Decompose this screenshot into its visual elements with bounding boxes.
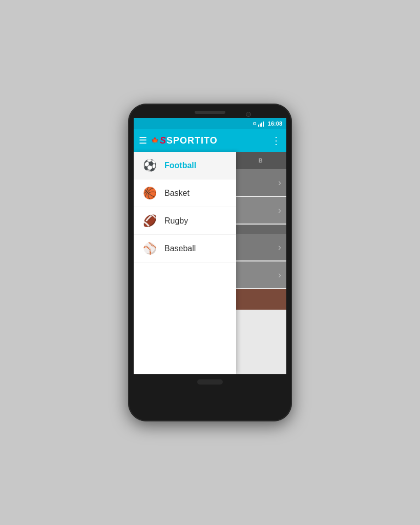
network-icon: G — [253, 121, 257, 126]
more-options-icon[interactable]: ⋮ — [271, 134, 281, 147]
chevron-icon-2: › — [278, 205, 281, 216]
drawer-football-label: Football — [164, 161, 196, 170]
basket-icon: 🏀 — [142, 187, 157, 200]
phone-device: G 16:08 ☰ 🍁 SSPORTITO ⋮ — [128, 104, 292, 421]
signal-bars — [258, 120, 264, 127]
drawer-item-rugby[interactable]: 🏈 Rugby — [134, 207, 236, 235]
chevron-icon-1: › — [278, 177, 281, 188]
status-time: 16:08 — [268, 120, 282, 127]
drawer-item-baseball[interactable]: ⚾ Baseball — [134, 235, 236, 262]
drawer-baseball-label: Baseball — [164, 244, 196, 253]
logo-flag-icon: 🍁 — [151, 137, 159, 144]
navigation-drawer: ⚽ Football 🏀 Basket 🏈 Rugby ⚾ Baseball — [134, 152, 236, 374]
rugby-icon: 🏈 — [142, 214, 157, 228]
app-logo: 🍁 SSPORTITO — [151, 135, 267, 146]
app-bar: ☰ 🍁 SSPORTITO ⋮ — [134, 129, 286, 152]
tab-b[interactable]: B — [236, 152, 286, 169]
logo-s: S — [160, 135, 166, 146]
phone-speaker — [195, 111, 225, 114]
baseball-icon: ⚾ — [142, 242, 157, 255]
drawer-rugby-label: Rugby — [164, 216, 188, 226]
football-icon: ⚽ — [142, 159, 157, 172]
drawer-item-football[interactable]: ⚽ Football — [134, 152, 236, 179]
drawer-item-basket[interactable]: 🏀 Basket — [134, 179, 236, 207]
status-icons: G — [253, 120, 264, 127]
hamburger-icon[interactable]: ☰ — [139, 135, 147, 146]
logo-text: SSPORTITO — [160, 135, 218, 146]
chevron-icon-3: › — [278, 242, 281, 253]
phone-home-button — [197, 379, 223, 385]
drawer-basket-label: Basket — [164, 189, 190, 198]
content-area: TODAY TOMORROW B › › A CUP › — [134, 152, 286, 374]
phone-camera — [246, 112, 251, 117]
chevron-icon-4: › — [278, 270, 281, 280]
phone-screen: G 16:08 ☰ 🍁 SSPORTITO ⋮ — [134, 118, 286, 374]
status-bar: G 16:08 — [134, 118, 286, 129]
